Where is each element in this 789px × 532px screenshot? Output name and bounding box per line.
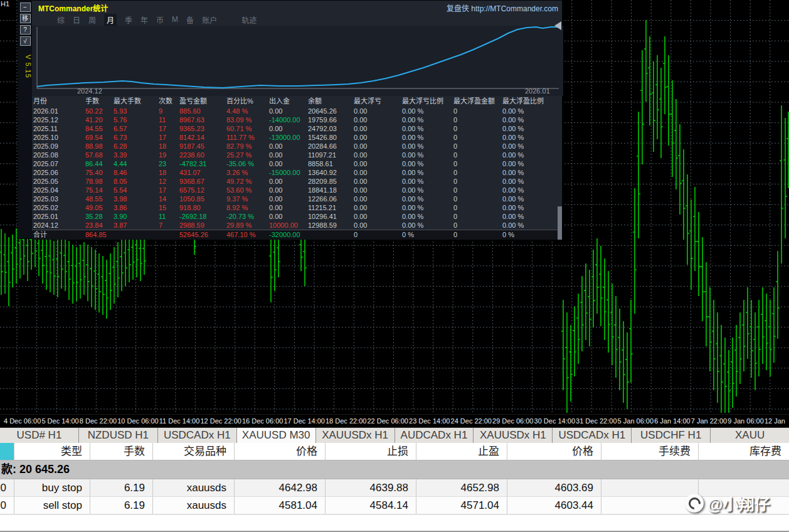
menu-item-6[interactable]: 年: [140, 14, 148, 25]
orders-col-header[interactable]: 类型: [14, 443, 90, 460]
equity-start-label: 2024.12: [77, 87, 102, 95]
stats-header-row[interactable]: 月份手数最大手数次数盈亏金额百分比%出入金余额最大浮亏最大浮亏比例最大浮盈金额最…: [32, 96, 562, 107]
orders-col-marker[interactable]: [0, 443, 14, 460]
time-label: 17 Dec 14:00: [283, 417, 324, 425]
chart-tab-USDCHF-H1[interactable]: USDCHF H1: [631, 428, 710, 443]
stats-row-2025.02[interactable]: 2025.0249.053.8615918.808.92 %0.0011215.…: [32, 203, 562, 212]
menu-item-10[interactable]: 账户: [202, 14, 217, 25]
stats-row-2025.05[interactable]: 2025.0578.988.05129368.6749.72 %0.002820…: [32, 177, 562, 186]
panel-main: MTCommander统计 复盘侠 http://MTCommander.com…: [32, 1, 562, 238]
order-row-sell-stop[interactable]: 0sell stop6.19xauusds4581.044584.144571.…: [0, 497, 789, 514]
time-axis[interactable]: 4 Dec 06:005 Dec 14:008 Dec 22:0010 Dec …: [0, 414, 789, 427]
panel-menubar: 综日周月季年币M备账户轨迹: [32, 13, 562, 26]
stats-row-2026.01[interactable]: 2026.0150.225.939885.604.48 %0.0020645.2…: [32, 107, 562, 115]
time-label: 5 Jan 06:00: [618, 417, 654, 425]
minimize-button[interactable]: −: [20, 3, 31, 12]
stats-row-2025.08[interactable]: 2025.0857.683.39192238.6025.27 %0.001109…: [32, 151, 562, 159]
orders-empty-area: [0, 514, 789, 532]
equity-curve-line: [37, 27, 559, 88]
menu-item-1[interactable]: 综: [57, 14, 65, 25]
monthly-stats-table: 月份手数最大手数次数盈亏金额百分比%出入金余额最大浮亏最大浮亏比例最大浮盈金额最…: [32, 96, 562, 240]
time-label: 11 Dec 14:00: [159, 417, 200, 425]
orders-header-row: 类型手数交易品种价格止损止盈价格手续费库存费: [0, 443, 789, 460]
panel-title: MTCommander统计: [38, 3, 108, 13]
stats-panel: − 移 ? √ V 5.15 MTCommander统计 复盘侠 http://…: [18, 0, 563, 239]
stats-row-2024.12[interactable]: 2024.1223.843.8772988.5929.89 %10000.001…: [32, 221, 562, 230]
watermark: @小翔仔: [685, 492, 770, 514]
chart-tab-AUDCADx-H1[interactable]: AUDCADx H1: [395, 428, 474, 443]
stats-row-2025.09[interactable]: 2025.0988.986.28189187.4582.79 %0.002028…: [32, 142, 562, 151]
chart-tab-XAUUSDx-H1[interactable]: XAUUSDx H1: [473, 428, 552, 443]
time-label: 12 Dec 22:00: [200, 417, 241, 425]
current-price-arrow-icon: [554, 21, 561, 30]
orders-col-header[interactable]: 库存费: [698, 443, 789, 460]
stats-row-2025.11[interactable]: 2025.1184.556.57179365.2360.71 %0.002479…: [32, 124, 562, 133]
equity-end-label: 2026.01: [525, 87, 550, 95]
panel-button-strip: − 移 ? √ V 5.15: [18, 1, 32, 238]
menu-item-trail[interactable]: 轨迹: [241, 14, 257, 25]
chart-tab-XAUUSDx-H1[interactable]: XAUUSDx H1: [315, 428, 395, 443]
orders-col-header[interactable]: 手数: [90, 443, 152, 460]
orders-col-header[interactable]: 价格: [507, 443, 601, 460]
stats-row-2025.04[interactable]: 2025.0475.145.54176575.1253.60 %0.001884…: [32, 186, 562, 194]
stats-row-2025.12[interactable]: 2025.1241.205.76118967.6383.09 %-14000.0…: [32, 115, 562, 124]
time-label: 7 Jan 22:00: [691, 417, 728, 425]
version-label: V 5.15: [18, 55, 32, 78]
time-label: 12 Jan: [765, 417, 785, 425]
orders-col-header[interactable]: 价格: [234, 443, 325, 460]
stats-row-2025.01[interactable]: 2025.0135.283.9011-2692.18-20.73 %0.0010…: [32, 212, 562, 221]
orders-col-header[interactable]: 止损: [325, 443, 416, 460]
stats-row-2025.10[interactable]: 2025.1069.546.73178142.14111.77 %-13000.…: [32, 133, 562, 142]
orders-table: 类型手数交易品种价格止损止盈价格手续费库存费 款: 20 645.26 0buy…: [0, 443, 789, 532]
chart-tab-NZDUSD-H1[interactable]: NZDUSD H1: [78, 428, 157, 443]
time-label: 9 Jan 06:00: [728, 417, 764, 425]
time-label: 4 Dec 06:00: [4, 417, 41, 425]
time-label: 30 Dec 14:00: [534, 417, 575, 425]
equity-curve-chart: 2024.12 2026.01: [32, 26, 563, 96]
equity-curve-svg: [32, 26, 563, 96]
check-button[interactable]: √: [20, 36, 31, 46]
menu-item-5[interactable]: 季: [125, 14, 132, 25]
time-label: 31 Dec 22:00: [576, 417, 617, 425]
watermark-handle: @小翔仔: [707, 492, 770, 514]
orders-col-header[interactable]: 交易品种: [152, 443, 234, 460]
stats-row-2025.06[interactable]: 2025.0675.408.4618431.073.26 %-15000.001…: [32, 168, 562, 177]
time-label: 16 Dec 06:00: [242, 417, 283, 425]
menu-item-8[interactable]: M: [172, 15, 178, 24]
stats-total-row[interactable]: 合计864.8552645.26467.10 %-32000.0000 %00 …: [32, 230, 562, 240]
order-row-buy-stop[interactable]: 0buy stop6.19xauusds4642.984639.884652.9…: [0, 479, 789, 497]
time-label: 18 Dec 22:00: [326, 417, 366, 425]
stats-row-2025.07[interactable]: 2025.0786.444.4423-4782.31-35.06 %0.0088…: [32, 159, 562, 168]
menu-item-3[interactable]: 周: [88, 14, 96, 25]
timeframe-label: H1: [1, 0, 9, 8]
chart-tab-USD-H1[interactable]: USD# H1: [0, 428, 78, 443]
time-label: 23 Dec 14:00: [409, 417, 450, 425]
balance-text: 款: 20 645.26: [1, 463, 70, 476]
time-label: 8 Dec 22:00: [80, 417, 117, 425]
chart-tab-XAUU[interactable]: XAUU: [710, 428, 789, 443]
orders-col-header[interactable]: 手续费: [601, 443, 698, 460]
chart-tab-USDCADx-H1[interactable]: USDCADx H1: [157, 428, 236, 443]
orders-col-header[interactable]: 止盈: [416, 443, 507, 460]
chart-tabs: USD# H1NZDUSD H1USDCADx H1XAUUSD M30XAUU…: [0, 427, 789, 443]
stats-row-2025.03[interactable]: 2025.0348.553.98141050.859.37 %0.0012266…: [32, 194, 562, 203]
chart-tab-XAUUSD-M30[interactable]: XAUUSD M30: [236, 428, 315, 443]
vendor-link[interactable]: 复盘侠 http://MTCommander.com: [447, 3, 558, 13]
move-button[interactable]: 移: [20, 14, 31, 23]
time-label: 22 Dec 06:00: [368, 417, 408, 425]
time-label: 24 Dec 22:00: [451, 417, 492, 425]
menu-item-7[interactable]: 币: [156, 14, 164, 25]
watermark-logo-icon: [685, 494, 704, 513]
menu-item-2[interactable]: 日: [73, 14, 80, 25]
panel-titlebar: MTCommander统计 复盘侠 http://MTCommander.com: [32, 1, 562, 13]
time-label: 29 Dec 06:00: [492, 417, 533, 425]
time-label: 6 Jan 14:00: [654, 417, 691, 425]
menu-item-9[interactable]: 备: [186, 14, 194, 25]
menu-item-4[interactable]: 月: [104, 14, 117, 26]
help-button[interactable]: ?: [20, 25, 31, 35]
time-label: 5 Dec 14:00: [41, 417, 78, 425]
panel-scrollbar[interactable]: [558, 206, 562, 240]
balance-row: 款: 20 645.26: [0, 460, 789, 479]
time-label: 10 Dec 06:00: [117, 417, 158, 425]
chart-tab-USDCADx-H1[interactable]: USDCADx H1: [552, 428, 631, 443]
